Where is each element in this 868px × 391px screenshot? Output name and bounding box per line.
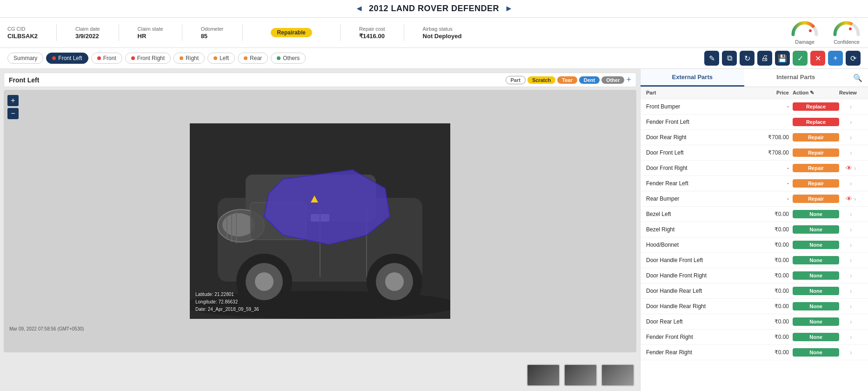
chevron-right-icon[interactable]: ›: [850, 272, 852, 279]
action-button[interactable]: Repair: [793, 195, 839, 203]
gauge-area: Damage Confidence: [791, 20, 861, 45]
table-row[interactable]: Rear Bumper - Repair 👁 ›: [641, 191, 868, 207]
meta-claim-state: Claim state HR: [138, 26, 163, 40]
chevron-right-icon[interactable]: ›: [850, 333, 852, 341]
chevron-right-icon[interactable]: ›: [850, 318, 852, 325]
label-scratch-btn[interactable]: Scratch: [527, 76, 555, 84]
table-row[interactable]: Door Front Right - Repair 👁 ›: [641, 161, 868, 176]
action-button[interactable]: None: [793, 348, 839, 357]
action-button[interactable]: Replace: [793, 118, 839, 126]
add-button[interactable]: +: [828, 51, 843, 66]
table-row[interactable]: Door Handle Rear Right ₹0.00 None ›: [641, 299, 868, 314]
damage-gauge-svg: [791, 20, 819, 37]
tab-internal-parts[interactable]: Internal Parts: [744, 69, 848, 87]
action-button[interactable]: Replace: [793, 102, 839, 111]
tab-front[interactable]: Front: [91, 53, 122, 64]
action-button[interactable]: None: [793, 210, 839, 218]
copy-button[interactable]: ⧉: [722, 51, 737, 66]
tab-summary[interactable]: Summary: [7, 53, 43, 64]
action-button[interactable]: None: [793, 333, 839, 341]
tab-front-right[interactable]: Front Right: [125, 53, 171, 64]
confirm-button[interactable]: ✓: [793, 51, 808, 66]
table-row[interactable]: Door Handle Front Right ₹0.00 None ›: [641, 268, 868, 283]
chevron-right-icon[interactable]: ›: [850, 103, 852, 110]
close-button[interactable]: ✕: [810, 51, 825, 66]
edit-button[interactable]: ✎: [704, 51, 719, 66]
action-button[interactable]: Repair: [793, 179, 839, 188]
review-cell: ›: [839, 118, 862, 126]
table-row[interactable]: Door Rear Left ₹0.00 None ›: [641, 314, 868, 330]
table-row[interactable]: Front Bumper - Replace ›: [641, 99, 868, 115]
chevron-right-icon[interactable]: ›: [850, 256, 852, 264]
chevron-right-icon[interactable]: ›: [850, 287, 852, 295]
thumbnail-1[interactable]: [527, 364, 560, 386]
add-label-btn[interactable]: +: [626, 75, 631, 85]
meta-claim-date: Claim date 3/9/2022: [75, 26, 100, 40]
tabs-row: Summary Front Left Front Front Right Rig…: [0, 48, 868, 69]
action-button[interactable]: None: [793, 317, 839, 326]
tab-rear[interactable]: Rear: [238, 53, 268, 64]
action-button[interactable]: Repair: [793, 133, 839, 142]
table-row[interactable]: Door Rear Right ₹708.00 Repair ›: [641, 130, 868, 145]
chevron-right-icon[interactable]: ›: [850, 226, 852, 233]
table-row[interactable]: Fender Front Left Replace ›: [641, 115, 868, 130]
part-price: -: [755, 165, 793, 171]
table-row[interactable]: Fender Rear Left - Repair ›: [641, 176, 868, 191]
table-row[interactable]: Bezel Left ₹0.00 None ›: [641, 207, 868, 222]
action-button[interactable]: None: [793, 241, 839, 249]
odometer-value: 85: [201, 33, 224, 40]
chevron-right-icon[interactable]: ›: [850, 241, 852, 249]
next-arrow[interactable]: ►: [505, 4, 513, 13]
prev-arrow[interactable]: ◄: [355, 4, 363, 13]
table-row[interactable]: Door Front Left ₹708.00 Repair ›: [641, 145, 868, 161]
refresh-button[interactable]: ↻: [740, 51, 754, 66]
zoom-out-button[interactable]: −: [7, 108, 19, 119]
action-button[interactable]: None: [793, 225, 839, 234]
zoom-in-button[interactable]: +: [7, 95, 19, 106]
label-other-btn[interactable]: Other: [601, 76, 624, 84]
action-button[interactable]: Repair: [793, 164, 839, 172]
action-button[interactable]: Repair: [793, 148, 839, 157]
table-row[interactable]: Door Handle Rear Left ₹0.00 None ›: [641, 283, 868, 299]
print-button[interactable]: 🖨: [757, 51, 772, 66]
action-button[interactable]: None: [793, 271, 839, 280]
table-row[interactable]: Fender Rear Right ₹0.00 None ›: [641, 345, 868, 360]
tab-front-dot: [97, 56, 101, 60]
chevron-right-icon[interactable]: ›: [850, 349, 852, 356]
tab-front-left[interactable]: Front Left: [46, 53, 88, 64]
label-dent-btn[interactable]: Dent: [579, 76, 600, 84]
part-name: Fender Front Left: [646, 119, 755, 125]
chevron-right-icon[interactable]: ›: [850, 303, 852, 310]
review-cell: ›: [839, 318, 862, 325]
chevron-right-icon[interactable]: ›: [854, 195, 856, 202]
table-row[interactable]: Door Handle Front Left ₹0.00 None ›: [641, 253, 868, 268]
save-button[interactable]: 💾: [775, 51, 790, 66]
top-header: ◄ 2012 LAND ROVER DEFENDER ►: [0, 0, 868, 18]
chevron-right-icon[interactable]: ›: [854, 164, 856, 172]
tab-front-left-label: Front Left: [58, 55, 82, 61]
tab-others[interactable]: Others: [271, 53, 306, 64]
chevron-right-icon[interactable]: ›: [850, 180, 852, 187]
eye-icon[interactable]: 👁: [846, 164, 852, 172]
tab-external-parts[interactable]: External Parts: [641, 69, 744, 87]
label-tear-btn[interactable]: Tear: [557, 76, 577, 84]
table-row[interactable]: Fender Front Right ₹0.00 None ›: [641, 330, 868, 345]
label-part-btn[interactable]: Part: [506, 76, 526, 84]
table-row[interactable]: Bezel Right ₹0.00 None ›: [641, 222, 868, 237]
thumbnail-2[interactable]: [564, 364, 597, 386]
action-button[interactable]: None: [793, 256, 839, 264]
action-button[interactable]: None: [793, 287, 839, 295]
search-icon[interactable]: 🔍: [853, 74, 862, 82]
chevron-right-icon[interactable]: ›: [850, 118, 852, 126]
table-row[interactable]: Hood/Bonnet ₹0.00 None ›: [641, 237, 868, 253]
chevron-right-icon[interactable]: ›: [850, 134, 852, 141]
settings-button[interactable]: ⟳: [846, 51, 861, 66]
eye-icon[interactable]: 👁: [846, 195, 852, 202]
chevron-right-icon[interactable]: ›: [850, 210, 852, 218]
thumbnail-3[interactable]: [601, 364, 634, 386]
tab-left[interactable]: Left: [207, 53, 235, 64]
review-cell: 👁 ›: [839, 164, 862, 172]
chevron-right-icon[interactable]: ›: [850, 149, 852, 156]
tab-right[interactable]: Right: [174, 53, 205, 64]
action-button[interactable]: None: [793, 302, 839, 310]
